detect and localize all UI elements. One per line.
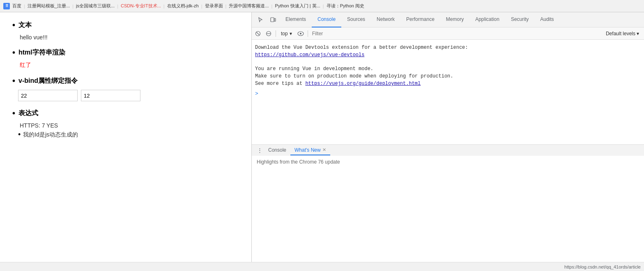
devtools-cursor-icon[interactable]	[255, 14, 267, 25]
filter-input[interactable]	[310, 31, 604, 36]
bottom-tab-whats-new[interactable]: What's New ✕	[290, 146, 330, 155]
tab-network[interactable]: Network	[371, 12, 400, 27]
bottom-tab-console[interactable]: Console	[264, 146, 290, 155]
svg-rect-0	[271, 18, 274, 22]
expr-text-2: 我的Id是js动态生成的	[23, 131, 78, 139]
bottom-tab-close-icon[interactable]: ✕	[322, 147, 326, 153]
bottom-tab-menu-icon[interactable]: ⋮	[255, 146, 264, 155]
input-field-1[interactable]	[18, 90, 78, 101]
topbar-item-csdn[interactable]: CSDN-专业IT技术...	[121, 3, 161, 9]
expr-text-1: HTTPS: 7 YES	[12, 122, 239, 129]
tab-audits[interactable]: Audits	[534, 12, 559, 27]
console-msg-1: Download the Vue Devtools extension for …	[255, 42, 641, 60]
section-title-vbind: v-bind属性绑定指令	[12, 76, 239, 86]
topbar-item-login[interactable]: 登录界面	[205, 3, 223, 9]
section-vbind: v-bind属性绑定指令	[12, 76, 239, 101]
section-text-red: 红了	[12, 61, 239, 69]
block-icon[interactable]	[264, 29, 273, 38]
console-output: Download the Vue Devtools extension for …	[252, 40, 644, 144]
section-expr: 表达式 HTTPS: 7 YES • 我的Id是js动态生成的	[12, 109, 239, 139]
toolbar-separator	[276, 30, 276, 37]
eye-icon[interactable]	[296, 29, 305, 38]
page-content: 文本 hello vue!!! html字符串渲染 红了 v-bind属性绑定指…	[0, 12, 251, 262]
topbar-apps-icon[interactable]: ⠿	[3, 3, 10, 9]
svg-rect-1	[274, 18, 276, 21]
tab-performance[interactable]: Performance	[400, 12, 440, 27]
section-text-hello: hello vue!!!	[12, 34, 239, 41]
svg-point-7	[300, 33, 301, 34]
console-msg-2: You are running Vue in development mode.…	[255, 64, 641, 89]
default-levels-dropdown[interactable]: Default levels ▾	[606, 31, 642, 36]
topbar-item-baidu[interactable]: 百度	[12, 3, 21, 9]
devtools-device-icon[interactable]	[267, 14, 279, 25]
topbar-item-blog[interactable]: 升源中国博客频道...	[229, 3, 269, 9]
context-selector[interactable]: top ▾	[278, 30, 294, 37]
input-row-vbind	[12, 90, 239, 101]
input-field-2[interactable]	[81, 90, 140, 101]
topbar-item-python[interactable]: Python 快速入门 | 英...	[275, 3, 320, 9]
section-html-render: html字符串渲染 红了	[12, 48, 239, 69]
default-levels-chevron: ▾	[637, 31, 639, 36]
chevron-down-icon: ▾	[290, 31, 292, 36]
devtools-tabbar: Elements Console Sources Network Perform…	[252, 12, 644, 27]
clear-console-icon[interactable]	[253, 29, 262, 38]
main-area: 文本 hello vue!!! html字符串渲染 红了 v-bind属性绑定指…	[0, 12, 644, 262]
topbar-item-reg[interactable]: 注册网站模板_注册...	[28, 3, 70, 9]
tab-console[interactable]: Console	[312, 12, 341, 27]
devtools-panel: Elements Console Sources Network Perform…	[251, 12, 644, 262]
svg-line-3	[257, 32, 260, 35]
bullet-icon: •	[18, 130, 21, 139]
tab-elements[interactable]: Elements	[280, 12, 312, 27]
vue-devtools-link[interactable]: https://github.com/vuejs/vue-devtools	[255, 52, 364, 58]
status-bar: https://blog.csdn.net/qq_41ords/article	[0, 262, 644, 271]
tab-memory[interactable]: Memory	[440, 12, 469, 27]
devtools-toolbar: top ▾ Default levels ▾	[252, 27, 644, 40]
toolbar-separator-2	[308, 30, 308, 37]
topbar-item-jdk[interactable]: 在线义档-jdk-zh	[167, 3, 199, 9]
console-prompt[interactable]: >	[255, 89, 641, 98]
section-wenben: 文本 hello vue!!!	[12, 20, 239, 41]
whats-new-panel: Highlights from the Chrome 76 update	[252, 156, 644, 262]
section-title-html: html字符串渲染	[12, 48, 239, 57]
section-title-expr: 表达式	[12, 109, 239, 118]
topbar-item-xundu[interactable]: 寻读：Python 阅史	[327, 3, 364, 9]
bottom-tabbar: ⋮ Console What's New ✕	[252, 144, 644, 156]
section-title-wenben: 文本	[12, 20, 239, 30]
topbar-item-js[interactable]: js全国城市三级联...	[76, 3, 115, 9]
browser-topbar: ⠿ 百度 | 注册网站模板_注册... | js全国城市三级联... | CSD…	[0, 0, 644, 12]
tab-application[interactable]: Application	[469, 12, 505, 27]
tab-security[interactable]: Security	[505, 12, 534, 27]
tab-sources[interactable]: Sources	[341, 12, 371, 27]
deployment-link[interactable]: https://vuejs.org/guide/deployment.html	[305, 81, 421, 87]
